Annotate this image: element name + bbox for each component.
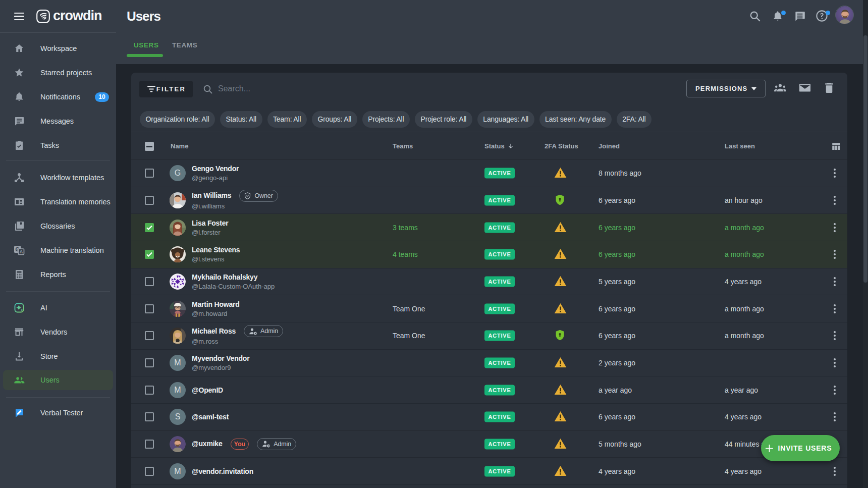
- svg-text:A: A: [20, 249, 23, 254]
